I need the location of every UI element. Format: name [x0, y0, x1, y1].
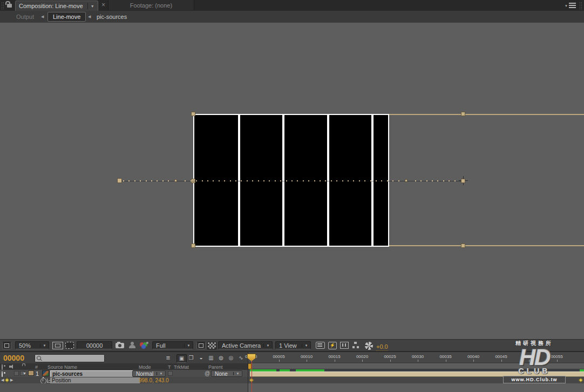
tab-footage[interactable]: Footage: (none)	[108, 0, 194, 10]
motion-path-dot	[443, 180, 444, 181]
property-value[interactable]: 998.0, 243.0	[139, 377, 169, 383]
view-layout-select[interactable]: 1 View ▼	[275, 341, 311, 349]
breadcrumb-composition-button[interactable]: Line-move	[47, 12, 86, 22]
snapshot-camera-icon[interactable]	[116, 343, 124, 348]
tab-separator	[87, 3, 88, 9]
motion-path-dot	[303, 180, 304, 181]
panel-gripper[interactable]	[1, 2, 5, 9]
pixel-aspect-icon[interactable]	[340, 342, 349, 349]
search-input[interactable]	[43, 355, 104, 362]
region-of-interest-icon[interactable]	[65, 342, 74, 349]
panel-gripper-right[interactable]	[579, 2, 583, 9]
layer-expand-icon[interactable]: ▼	[23, 371, 26, 375]
layer-handle[interactable]	[461, 112, 465, 116]
composition-mini-flowchart-icon[interactable]: ≣	[164, 354, 173, 362]
path-keyframe-end[interactable]	[461, 179, 465, 183]
exposure-value[interactable]: +0.0	[376, 343, 388, 351]
motion-path-dot	[426, 180, 427, 181]
keyframe-at-time-icon[interactable]	[5, 378, 9, 382]
show-snapshot-icon[interactable]	[129, 342, 135, 348]
column-parent[interactable]: Parent	[208, 364, 223, 370]
layer-row[interactable]: ▼ 1 pic-sources Normal ▼ @ None ▼	[0, 370, 248, 377]
layer-duration-bar[interactable]	[250, 371, 584, 377]
tab-composition[interactable]: Composition: Line-move ▼	[15, 1, 98, 11]
preserve-transparency-well[interactable]	[168, 371, 173, 376]
path-keyframe-mid-1[interactable]	[174, 179, 177, 182]
timeline-empty-left	[0, 383, 248, 392]
work-area-bar[interactable]	[248, 363, 584, 369]
motion-path-dot	[342, 180, 343, 181]
breadcrumb-layer[interactable]: pic-sources	[97, 13, 127, 20]
ruler-label: 00005	[273, 354, 284, 359]
view-select[interactable]: Active Camera ▼	[218, 341, 273, 349]
frame-blend-icon[interactable]: ▥	[207, 354, 216, 362]
column-source-name[interactable]: Source Name	[47, 364, 77, 370]
resolution-select[interactable]: Full ▼	[152, 341, 193, 349]
column-mode[interactable]: Mode	[139, 364, 151, 370]
work-area-start-handle[interactable]	[248, 363, 252, 369]
tab-composition-label: Composition: Line-move	[19, 3, 83, 9]
show-channels-icon[interactable]	[140, 342, 149, 349]
safe-margins-icon[interactable]	[52, 342, 63, 349]
column-t[interactable]: T	[168, 364, 171, 370]
motion-path-dot	[191, 180, 192, 181]
blend-mode-select[interactable]: Normal ▼	[132, 370, 166, 377]
previous-keyframe-icon[interactable]: ◀	[1, 378, 4, 382]
column-trkmat[interactable]: TrkMat	[174, 364, 189, 370]
motion-path-dot	[269, 180, 270, 181]
chevron-down-icon: ▼	[233, 372, 242, 375]
flowchart-icon[interactable]	[351, 342, 360, 349]
column-header-row: # Source Name Mode T TrkMat Parent	[0, 363, 248, 370]
lock-icon[interactable]	[7, 4, 12, 8]
breadcrumb: Output ◀ Line-move ◀ pic-sources	[0, 11, 584, 23]
motion-path-dot	[247, 180, 248, 181]
next-keyframe-icon[interactable]: ▶	[10, 378, 13, 382]
brainstorm-icon[interactable]: ◎	[227, 354, 236, 362]
timecode-value: 00000	[86, 342, 103, 349]
breadcrumb-output[interactable]: Output	[16, 13, 34, 20]
draft-3d-icon[interactable]: ❐	[187, 354, 196, 362]
layer-label-swatch[interactable]	[28, 370, 34, 376]
current-time-display[interactable]: 00000	[3, 354, 24, 362]
motion-path-dot	[387, 180, 388, 181]
panel-menu-icon[interactable]: ▼	[565, 3, 576, 9]
fast-previews-icon[interactable]: ⚡	[328, 342, 337, 349]
search-box[interactable]	[35, 354, 105, 362]
composition-viewport[interactable]	[0, 23, 584, 339]
ruler-tick	[362, 360, 363, 362]
time-ruler[interactable]: 0000000005000100001500020000250003000035…	[248, 352, 584, 363]
motion-blur-icon[interactable]: ◍	[216, 354, 226, 362]
layer-handle[interactable]	[191, 112, 195, 116]
property-name[interactable]: Position	[50, 377, 140, 383]
property-row-position[interactable]: ◀ ▶ Position 998.0, 243.0	[0, 377, 248, 383]
timeline-empty-right	[248, 383, 584, 392]
motion-path-dot	[415, 180, 416, 181]
chevron-down-icon: ▼	[40, 344, 49, 347]
ruler-tick	[279, 360, 280, 362]
magnification-select[interactable]: 50% ▼	[15, 341, 49, 349]
path-keyframe-mid-2[interactable]	[405, 179, 408, 182]
chevron-down-icon: ▼	[157, 372, 165, 375]
layer-handle[interactable]	[191, 244, 195, 248]
shy-icon[interactable]: ◒	[196, 354, 206, 362]
chevron-down-icon[interactable]: ▼	[91, 4, 94, 8]
image-panel	[194, 115, 238, 246]
timecode-field[interactable]: 00000	[77, 341, 112, 349]
parent-pickwhip-icon[interactable]: @	[205, 370, 210, 376]
motion-path-dot	[437, 180, 438, 181]
transparency-grid-icon[interactable]	[207, 342, 216, 349]
path-keyframe-start[interactable]	[117, 178, 122, 183]
solo-switch-well[interactable]	[14, 371, 19, 376]
always-preview-button[interactable]	[2, 342, 11, 349]
live-update-icon[interactable]: ▣	[176, 354, 187, 363]
parent-select[interactable]: None ▼	[211, 370, 242, 377]
layer-handle[interactable]	[461, 244, 465, 248]
motion-path-dot	[157, 180, 158, 181]
motion-path-dot	[392, 180, 393, 181]
exposure-shutter-icon[interactable]	[365, 342, 373, 350]
close-icon[interactable]: ×	[101, 2, 105, 8]
target-region-icon[interactable]	[196, 342, 206, 349]
graph-editor-icon[interactable]: ∿	[236, 354, 246, 362]
share-view-icon[interactable]	[316, 342, 325, 349]
column-hash[interactable]: #	[35, 364, 38, 370]
